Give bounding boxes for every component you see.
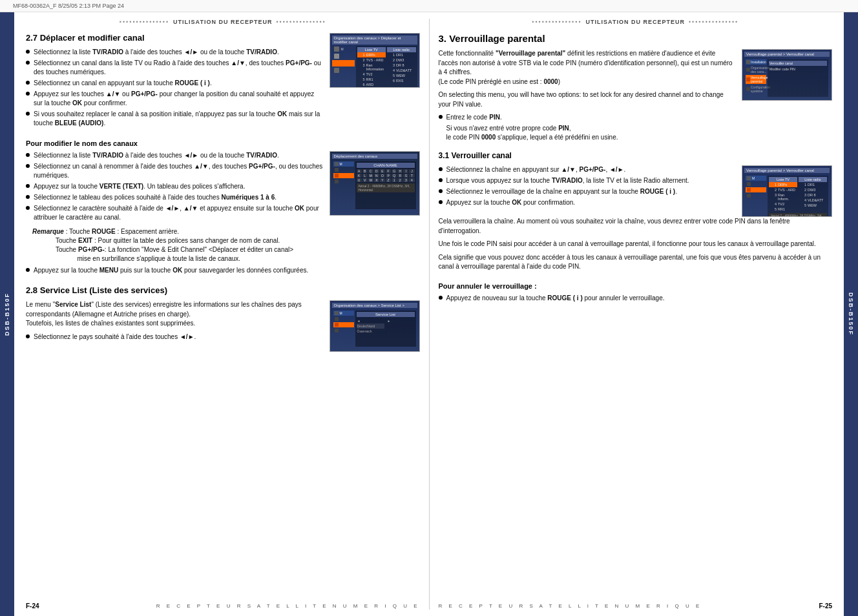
tv-menu-item-active — [332, 60, 355, 67]
list-item: Sélectionnez le pays souhaité à l'aide d… — [26, 333, 323, 342]
section-31-title: 3.1 Verrouiller canal — [439, 151, 833, 160]
section-27-container: 2.7 Déplacer et modifier canal Sélection… — [26, 33, 420, 133]
section-28-container: Le menu "Service List" (Liste des servic… — [26, 300, 420, 352]
tv-channel-row: 5WEW — [387, 73, 416, 78]
tv-menu-item: M — [332, 46, 355, 52]
section-27-title: 2.7 Déplacer et modifier canal — [26, 33, 323, 43]
section-3-title: 3. Verrouillage parental — [439, 33, 833, 44]
section-27b-container: Sélectionnez la liste TV/RADIO à l'aide … — [26, 151, 420, 280]
section-31-list: Sélectionnez la chaîne en appuyant sur ▲… — [439, 165, 736, 207]
list-item: Appuyez de nouveau sur la touche ROUGE (… — [439, 294, 833, 303]
section-31-para3: Cela signifie que vous pouvez donc accéd… — [439, 253, 833, 272]
section-27-list: Sélectionnez la liste TV/RADIO à l'aide … — [26, 48, 323, 128]
tv-channel-row: 7BRY3 — [357, 87, 386, 88]
top-bar: MF68-00362A_F 8/25/05 2:13 PM Page 24 — [0, 0, 858, 12]
list-item: Sélectionnez un canal en appuyant sur la… — [26, 79, 323, 88]
list-item: Sélectionnez le verrouillage de la chaîn… — [439, 187, 736, 196]
page-left: ••••••••••••••• UTILISATION DU RECEPTEUR… — [14, 12, 429, 616]
section-28-para: Le menu "Service List" (Liste des servic… — [26, 300, 323, 329]
tv-channel-row: 1DR1 — [387, 52, 416, 57]
tv-channel-row: 4TV2 — [357, 72, 386, 77]
tv-channel-row: 3Ran Information — [357, 63, 386, 72]
list-item: Entrez le code PIN. — [439, 113, 736, 122]
tv-left-menu: M — [332, 46, 355, 88]
page-footer-right: R E C E P T E U R S A T E L L I T E N U … — [439, 591, 833, 610]
header-title-left: UTILISATION DU RECEPTEUR — [173, 19, 272, 25]
tv-channel-row: 5RR1 — [357, 77, 386, 82]
tv-screenshot-3: Organisation des canaux > Service List >… — [330, 300, 420, 352]
section-3-para: Cette fonctionnalité "Verrouillage paren… — [439, 49, 736, 87]
section-3-container: Cette fonctionnalité "Verrouillage paren… — [439, 49, 833, 147]
tv-channel-row: 2TVS - ARD — [357, 57, 386, 63]
tv-channel-row: 6RXS — [387, 78, 416, 83]
annuler-list: Appuyez de nouveau sur la touche ROUGE (… — [439, 294, 833, 305]
section-31-para1: Cela verrouillera la chaîne. Au moment o… — [439, 217, 833, 236]
header-dots-right: ••••••••••••••• UTILISATION DU RECEPTEUR… — [439, 19, 833, 25]
tv-channel-row: 2DW3 — [387, 57, 416, 63]
pages-wrapper: ••••••••••••••• UTILISATION DU RECEPTEUR… — [14, 12, 844, 616]
list-item: Sélectionnez la liste TV/RADIO à l'aide … — [26, 151, 323, 160]
tv-channel-row: 6ARD — [357, 82, 386, 87]
section-31-content: Sélectionnez la chaîne en appuyant sur ▲… — [439, 165, 736, 212]
list-item: Si vous n'avez entré votre propre code P… — [439, 124, 736, 142]
list-item: Sélectionnez le tableau des polices souh… — [26, 193, 323, 202]
list-item: Sélectionnez un canal dans la liste TV o… — [26, 59, 323, 77]
list-item: Sélectionnez la liste TV/RADIO à l'aide … — [26, 48, 323, 57]
tv-channel-row: 3DR 8 — [387, 63, 416, 68]
tv-col-left: Liste TV 1DRPx 2TVS - ARD 3Ran Informati… — [357, 47, 386, 88]
page-footer-left: F-24 R E C E P T E U R S A T E L L I T E… — [26, 591, 420, 610]
page-number-right: F-25 — [819, 602, 832, 610]
list-item: Appuyez sur la touche OK pour confirmati… — [439, 198, 736, 207]
right-band: DSB-B150F — [844, 12, 858, 616]
remark-block: Remarque : Touche ROUGE : Espacement arr… — [26, 227, 323, 263]
list-item: Si vous souhaitez replacer le canal à sa… — [26, 110, 323, 128]
tv-col-right: Liste radio 1DR1 2DW3 3DR 8 4VLD&ATT 5WE… — [387, 47, 416, 88]
header-dots-left: ••••••••••••••• UTILISATION DU RECEPTEUR… — [26, 19, 420, 25]
section-3-list: Entrez le code PIN. Si vous n'avez entré… — [439, 113, 736, 142]
section-27-content: 2.7 Déplacer et modifier canal Sélection… — [26, 33, 323, 133]
section-3-content: Cette fonctionnalité "Verrouillage paren… — [439, 49, 736, 147]
top-bar-left-text: MF68-00362A_F 8/25/05 2:13 PM Page 24 — [13, 3, 124, 9]
section-28-title: 2.8 Service List (Liste des services) — [26, 285, 420, 295]
page-number-left: F-24 — [26, 602, 39, 610]
tv-screenshot-lock: Verrouillage parental > Verrouiller cana… — [742, 165, 832, 217]
section-28-list: Sélectionnez le pays souhaité à l'aide d… — [26, 333, 323, 342]
list-item: Sélectionnez le caractère souhaité à l'a… — [26, 204, 323, 222]
footer-text-right: R E C E P T E U R S A T E L L I T E N U … — [439, 603, 702, 609]
tv-right-panel: Liste TV 1DRPx 2TVS - ARD 3Ran Informati… — [356, 46, 417, 88]
section-28-content: Le menu "Service List" (Liste des servic… — [26, 300, 323, 347]
main-content: DSB-B150F ••••••••••••••• UTILISATION DU… — [0, 12, 858, 616]
tv-channel-row: 1DRPx — [357, 52, 386, 57]
page-right: ••••••••••••••• UTILISATION DU RECEPTEUR… — [430, 12, 844, 616]
tv-screenshot-parental: Verrouillage parental > Verrouiller cana… — [742, 49, 832, 101]
tv-menu-item — [332, 67, 355, 74]
tv-channel-row: 4VLD&ATT — [387, 68, 416, 73]
section-3-on-selecting: On selecting this menu, you will have tw… — [439, 90, 736, 109]
list-item: Appuyez sur la touche MENU puis sur la t… — [26, 266, 323, 275]
list-item: Appuyez sur les touches ▲/▼ ou PG+/PG- p… — [26, 90, 323, 108]
tv-screenshot-1: Organisation des canaux > Déplacer et mo… — [330, 33, 420, 88]
list-item: Sélectionnez un canal à renommer à l'aid… — [26, 162, 323, 180]
section-31-container: Sélectionnez la chaîne en appuyant sur ▲… — [439, 165, 833, 217]
section-27b-content: Sélectionnez la liste TV/RADIO à l'aide … — [26, 151, 323, 280]
list-item: Lorsque vous appuyez sur la touche TV/RA… — [439, 176, 736, 185]
tv-screenshot-2: Déplacement des canaux M CHAN-NAME — [330, 151, 420, 216]
tv-cols: Liste TV 1DRPx 2TVS - ARD 3Ran Informati… — [357, 47, 416, 88]
section-31-para2: Une fois le code PIN saisi pour accéder … — [439, 240, 833, 249]
list-item: Sélectionnez la chaîne en appuyant sur ▲… — [439, 165, 736, 174]
annuler-title: Pour annuler le verrouillage : — [439, 282, 833, 290]
header-title-right: UTILISATION DU RECEPTEUR — [586, 19, 685, 25]
tv-menu-item — [332, 53, 355, 59]
left-band: DSB-B150F — [0, 12, 14, 616]
section-27b-list: Sélectionnez la liste TV/RADIO à l'aide … — [26, 151, 323, 222]
footer-text-left: R E C E P T E U R S A T E L L I T E N U … — [156, 603, 420, 609]
section-27b-title: Pour modifier le nom des canaux — [26, 139, 420, 147]
tv-title-bar: Organisation des canaux > Déplacer et mo… — [332, 36, 417, 45]
section-27b-last-list: Appuyez sur la touche MENU puis sur la t… — [26, 266, 323, 275]
list-item: Appuyez sur la touche VERTE (TEXT). Un t… — [26, 182, 323, 191]
